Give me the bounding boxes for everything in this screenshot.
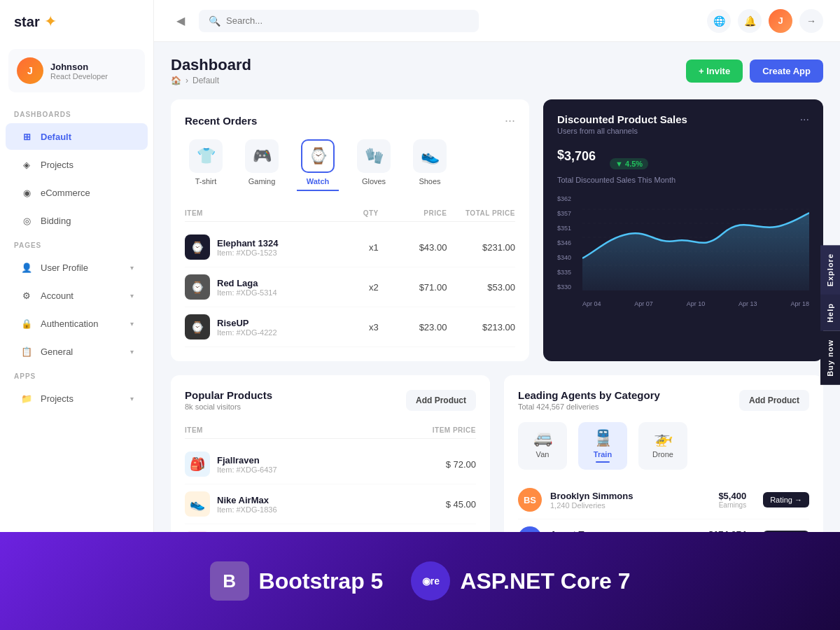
breadcrumb-current: Default bbox=[192, 76, 219, 85]
explore-tab[interactable]: Explore bbox=[820, 245, 840, 295]
user-avatar-topbar[interactable]: J bbox=[769, 9, 792, 33]
order-tab-watch[interactable]: ⌚ Watch bbox=[297, 139, 339, 191]
order-item-details: Red Laga Item: #XDG-5314 bbox=[217, 278, 277, 297]
order-item-image: ⌚ bbox=[185, 314, 210, 340]
list-item: 👟 Nike AirMax Item: #XDG-1836 $ 45.00 bbox=[185, 484, 476, 524]
popular-products-title: Popular Products bbox=[185, 389, 272, 401]
order-price: $43.00 bbox=[384, 242, 447, 253]
order-item-sku: Item: #XDG-4222 bbox=[217, 328, 277, 337]
tab-underline bbox=[656, 461, 670, 463]
logo-text: star bbox=[14, 14, 40, 30]
search-input[interactable] bbox=[226, 15, 469, 26]
user-card[interactable]: J Johnson React Developer bbox=[8, 49, 145, 92]
y-label: $362 bbox=[557, 195, 571, 202]
drone-icon: 🚁 bbox=[654, 429, 673, 447]
invite-button[interactable]: + Invite bbox=[686, 59, 743, 83]
sales-label: Total Discounted Sales This Month bbox=[557, 176, 809, 184]
help-tab[interactable]: Help bbox=[820, 295, 840, 331]
globe-icon-btn[interactable]: 🌐 bbox=[707, 9, 731, 33]
recent-orders-header: Recent Orders ··· bbox=[185, 113, 515, 128]
sales-value: 3,706 bbox=[564, 149, 596, 164]
chart-svg bbox=[582, 195, 809, 290]
order-tab-shoes[interactable]: 👟 Shoes bbox=[409, 139, 451, 191]
order-tab-label: Shoes bbox=[419, 177, 440, 186]
grid-icon: ⊞ bbox=[20, 130, 34, 144]
orders-table-header: ITEM QTY PRICE TOTAL PRICE bbox=[185, 205, 515, 222]
sidebar-item-label: Projects bbox=[41, 160, 74, 170]
logo: star ✦ bbox=[0, 0, 153, 43]
y-label: $330 bbox=[557, 284, 571, 290]
popular-products-header: Popular Products 8k social visitors Add … bbox=[185, 389, 476, 411]
leading-agents-title-group: Leading Agents by Category Total 424,567… bbox=[518, 389, 660, 411]
order-tab-label: Gloves bbox=[362, 177, 386, 186]
order-tab-gloves[interactable]: 🧤 Gloves bbox=[353, 139, 395, 191]
sidebar-item-label: Bidding bbox=[41, 216, 71, 226]
sales-menu-icon[interactable]: ··· bbox=[800, 113, 809, 126]
train-icon: 🚆 bbox=[594, 429, 612, 447]
sidebar-item-general[interactable]: 📋 General ▾ bbox=[6, 338, 148, 365]
list-item: BS Brooklyn Simmons 1,240 Deliveries $5,… bbox=[518, 481, 809, 519]
sidebar-item-default[interactable]: ⊞ Default bbox=[6, 123, 148, 150]
sidebar-toggle-button[interactable]: ◀ bbox=[171, 11, 190, 31]
product-image: 👟 bbox=[185, 491, 210, 517]
avatar: J bbox=[17, 57, 43, 84]
add-product-button[interactable]: Add Product bbox=[406, 390, 476, 411]
agent-tab-drone[interactable]: 🚁 Drone bbox=[638, 422, 687, 470]
product-item-info: 👟 Nike AirMax Item: #XDG-1836 bbox=[185, 491, 375, 517]
notification-icon-btn[interactable]: 🔔 bbox=[738, 9, 762, 33]
sidebar-item-label: Projects bbox=[41, 393, 74, 404]
product-name: Fjallraven bbox=[217, 455, 277, 465]
card-menu-icon[interactable]: ··· bbox=[505, 113, 515, 128]
topbar: ◀ 🔍 🌐 🔔 J → bbox=[154, 0, 840, 42]
sidebar-item-user-profile[interactable]: 👤 User Profile ▾ bbox=[6, 254, 148, 281]
order-price: $71.00 bbox=[384, 282, 447, 293]
bidding-icon: ◎ bbox=[20, 214, 34, 227]
sales-card-header: Discounted Product Sales Users from all … bbox=[557, 113, 809, 135]
order-tab-gaming[interactable]: 🎮 Gaming bbox=[241, 139, 283, 191]
arrow-right-icon-btn[interactable]: → bbox=[799, 9, 823, 33]
sidebar-item-bidding[interactable]: ◎ Bidding bbox=[6, 207, 148, 234]
agent-tab-van[interactable]: 🚐 Van bbox=[518, 422, 567, 470]
sidebar-item-label: User Profile bbox=[41, 262, 88, 273]
agent-earnings-group: $5,400 Earnings bbox=[718, 491, 746, 509]
list-item: 🎒 Fjallraven Item: #XDG-6437 $ 72.00 bbox=[185, 444, 476, 484]
lock-icon: 🔒 bbox=[20, 316, 34, 330]
order-tab-tshirt[interactable]: 👕 T-shirt bbox=[185, 139, 227, 191]
agent-earnings-label: Earnings bbox=[718, 501, 746, 509]
chart-y-labels: $362 $357 $351 $346 $340 $335 $330 bbox=[557, 195, 571, 290]
sidebar-item-authentication[interactable]: 🔒 Authentication ▾ bbox=[6, 310, 148, 337]
watch-icon: ⌚ bbox=[301, 139, 335, 173]
order-item-name: RiseUP bbox=[217, 318, 277, 328]
order-item-info: ⌚ Red Laga Item: #XDG-5314 bbox=[185, 274, 310, 300]
shoes-icon: 👟 bbox=[413, 139, 447, 173]
search-bar: 🔍 bbox=[199, 10, 479, 32]
sales-subtitle: Users from all channels bbox=[557, 127, 687, 135]
order-tabs: 👕 T-shirt 🎮 Gaming ⌚ Watch 🧤 Gloves bbox=[185, 139, 515, 194]
sidebar-item-projects-app[interactable]: 📁 Projects ▾ bbox=[6, 385, 148, 412]
agent-tab-train[interactable]: 🚆 Train bbox=[578, 422, 627, 470]
projects-icon: ◈ bbox=[20, 158, 34, 172]
user-profile-icon: 👤 bbox=[20, 260, 34, 274]
rating-button[interactable]: Rating → bbox=[763, 492, 809, 507]
sidebar-item-label: eCommerce bbox=[41, 188, 90, 198]
y-label: $340 bbox=[557, 254, 571, 261]
page-title-area: Dashboard 🏠 › Default bbox=[171, 56, 251, 85]
order-item-details: RiseUP Item: #XDG-4222 bbox=[217, 318, 277, 337]
sidebar-item-projects[interactable]: ◈ Projects bbox=[6, 151, 148, 178]
order-tab-label: T-shirt bbox=[195, 177, 217, 186]
sidebar-item-label: General bbox=[41, 346, 73, 357]
leading-agents-header: Leading Agents by Category Total 424,567… bbox=[518, 389, 809, 411]
leading-agents-add-button[interactable]: Add Product bbox=[739, 390, 809, 411]
folder-icon: 📁 bbox=[20, 391, 34, 405]
section-pages: PAGES bbox=[0, 234, 153, 253]
sidebar-item-account[interactable]: ⚙ Account ▾ bbox=[6, 282, 148, 309]
general-icon: 📋 bbox=[20, 344, 34, 358]
products-table-header: ITEM ITEM PRICE bbox=[185, 422, 476, 439]
create-app-button[interactable]: Create App bbox=[750, 59, 823, 83]
order-total: $231.00 bbox=[452, 242, 515, 253]
chevron-down-icon: ▾ bbox=[130, 264, 134, 272]
section-dashboards: DASHBOARDS bbox=[0, 104, 153, 122]
buy-now-tab[interactable]: Buy now bbox=[820, 331, 840, 385]
sidebar-item-ecommerce[interactable]: ◉ eCommerce bbox=[6, 179, 148, 206]
order-qty: x1 bbox=[316, 242, 379, 253]
